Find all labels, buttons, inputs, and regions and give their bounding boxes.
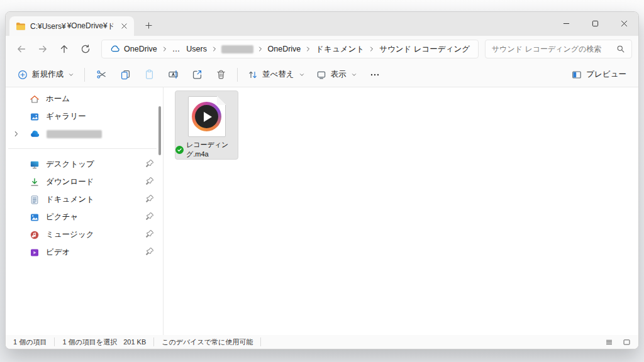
sidebar-item-documents[interactable]: ドキュメント	[8, 191, 158, 208]
new-tab-button[interactable]	[140, 17, 157, 33]
status-selection-size: 201 KB	[123, 338, 146, 346]
onedrive-icon	[30, 129, 40, 140]
sidebar-item-home[interactable]: ホーム	[8, 90, 158, 107]
breadcrumb-item-documents[interactable]: ドキュメント	[313, 42, 367, 57]
folder-icon	[16, 21, 26, 31]
paste-icon[interactable]	[137, 65, 161, 85]
play-ring-icon	[192, 102, 221, 131]
gallery-icon	[30, 112, 40, 122]
chevron-down-icon	[68, 72, 74, 78]
pictures-icon	[30, 212, 40, 222]
sidebar-item-label: ホーム	[46, 94, 70, 104]
sidebar-separator	[8, 148, 157, 149]
breadcrumb-item-onedrive[interactable]: OneDrive	[265, 43, 304, 55]
search-icon[interactable]	[616, 45, 625, 53]
file-list-area[interactable]: レコーディング.m4a	[164, 87, 638, 335]
back-icon[interactable]	[11, 40, 32, 58]
rename-icon[interactable]	[161, 65, 185, 85]
delete-icon[interactable]	[209, 65, 233, 85]
forward-icon[interactable]	[32, 40, 53, 58]
close-button[interactable]	[609, 12, 638, 35]
document-icon	[30, 195, 40, 205]
sidebar-item-label: ミュージック	[46, 229, 94, 240]
chevron-right-icon	[210, 45, 219, 53]
redacted-onedrive-account	[47, 130, 102, 138]
file-label: レコーディング.m4a	[175, 140, 238, 159]
chevron-down-icon	[299, 72, 305, 78]
search-input[interactable]	[492, 45, 613, 53]
explorer-body: ホーム ギャラリー	[6, 87, 638, 335]
onedrive-cloud-icon	[110, 44, 120, 54]
sidebar-item-label: ドキュメント	[46, 194, 94, 205]
pin-icon	[145, 212, 154, 221]
sidebar-item-label: ギャラリー	[46, 111, 86, 122]
minimize-button[interactable]	[552, 12, 580, 35]
audio-file-icon	[188, 96, 226, 137]
cut-icon[interactable]	[89, 65, 113, 85]
pin-icon	[145, 177, 154, 186]
sidebar-item-music[interactable]: ミュージック	[8, 226, 158, 243]
thumbnail-view-icon[interactable]	[619, 336, 633, 348]
command-bar: 新規作成 並べ替え	[6, 62, 638, 87]
share-icon[interactable]	[185, 65, 209, 85]
view-button[interactable]: 表示	[311, 65, 363, 85]
tab-close-icon[interactable]	[118, 20, 130, 33]
sidebar-item-desktop[interactable]: デスクトップ	[8, 156, 158, 173]
preview-button[interactable]: プレビュー	[566, 65, 632, 85]
chevron-right-icon	[160, 45, 169, 53]
status-view-switcher	[602, 336, 633, 348]
preview-pane-icon	[572, 70, 582, 80]
sidebar-item-pictures[interactable]: ピクチャ	[8, 209, 158, 226]
file-name: レコーディング.m4a	[186, 140, 238, 159]
breadcrumb-item-ellipsis[interactable]: …	[169, 43, 184, 55]
chevron-right-icon	[367, 45, 376, 53]
breadcrumb-item-redacted-username[interactable]	[221, 45, 253, 53]
tab-title: C:¥Users¥¥OneDrive¥ドキュ	[30, 21, 113, 31]
download-icon	[30, 177, 40, 187]
plus-circle-icon	[18, 70, 28, 80]
music-icon	[30, 230, 40, 240]
new-button[interactable]: 新規作成	[12, 65, 80, 85]
desktop-icon	[30, 160, 40, 170]
view-icon	[316, 70, 326, 80]
pin-icon	[145, 229, 154, 239]
sort-button[interactable]: 並べ替え	[242, 65, 311, 85]
chevron-right-icon[interactable]	[12, 129, 21, 138]
more-options-icon[interactable]	[363, 65, 387, 85]
chevron-down-icon	[351, 72, 357, 78]
navigation-pane: ホーム ギャラリー	[6, 87, 163, 335]
sidebar-item-label: デスクトップ	[46, 159, 94, 170]
play-triangle-icon	[204, 112, 212, 122]
video-icon	[30, 248, 40, 258]
sidebar-item-videos[interactable]: ビデオ	[8, 244, 158, 261]
pin-icon	[145, 159, 154, 168]
up-icon[interactable]	[53, 40, 75, 58]
home-icon	[30, 94, 40, 104]
explorer-tab[interactable]: C:¥Users¥¥OneDrive¥ドキュ	[9, 16, 134, 36]
sidebar-item-label: ピクチャ	[46, 212, 78, 222]
sync-available-check-icon	[175, 146, 184, 154]
pin-icon	[145, 194, 154, 204]
sidebar-item-downloads[interactable]: ダウンロード	[8, 173, 158, 190]
status-availability: このデバイスで常に使用可能	[154, 337, 261, 346]
sidebar-item-onedrive[interactable]	[8, 126, 158, 143]
status-bar: 1 個の項目 1 個の項目を選択 201 KB このデバイスで常に使用可能	[6, 335, 638, 349]
sort-arrows-icon	[248, 70, 258, 80]
breadcrumb-item-onedrive-root[interactable]: OneDrive	[107, 42, 160, 56]
breadcrumb-item-users[interactable]: Users	[183, 43, 210, 55]
toolbar-separator	[84, 68, 85, 82]
window-controls	[552, 12, 638, 35]
copy-icon[interactable]	[113, 65, 137, 85]
file-item-recording[interactable]: レコーディング.m4a	[175, 90, 238, 160]
breadcrumb-item-sound-recording[interactable]: サウンド レコーディング	[376, 42, 473, 57]
sidebar-item-label: ダウンロード	[46, 177, 94, 187]
refresh-icon[interactable]	[75, 40, 96, 58]
list-view-icon[interactable]	[602, 336, 616, 348]
chevron-right-icon	[256, 45, 265, 53]
breadcrumb: OneDrive … Users OneDrive ドキュメント サウンド レコ…	[101, 40, 479, 58]
page-fold	[217, 96, 226, 105]
pin-icon	[145, 247, 154, 256]
sidebar-scrollbar-thumb[interactable]	[158, 106, 161, 155]
maximize-button[interactable]	[580, 12, 609, 35]
sidebar-item-gallery[interactable]: ギャラリー	[8, 108, 158, 125]
